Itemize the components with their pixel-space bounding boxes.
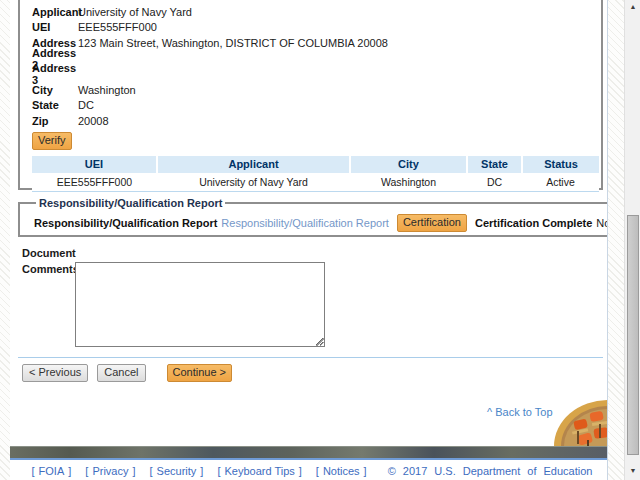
bracket: [ — [312, 465, 323, 477]
comments-textarea[interactable] — [75, 262, 325, 347]
field-value: 20008 — [78, 115, 109, 127]
field-value: EEE555FFF000 — [78, 21, 157, 33]
action-button-row: < Previous Cancel Continue > — [22, 364, 232, 382]
comments-label: Comments — [22, 263, 79, 275]
cancel-button[interactable]: Cancel — [97, 364, 145, 382]
scroll-up-arrow-icon[interactable]: ▲ — [625, 0, 640, 14]
document-label: Document — [22, 247, 76, 259]
classroom-photo — [554, 400, 608, 446]
bracket: ] — [64, 465, 75, 477]
cell-uei: EEE555FFF000 — [32, 173, 157, 192]
field-label: State — [32, 99, 78, 111]
scroll-down-arrow-icon[interactable]: ▼ — [625, 464, 640, 478]
footer-link-privacy[interactable]: [Privacy] — [81, 465, 139, 477]
field-value: 123 Main Street, Washington, DISTRICT OF… — [78, 37, 388, 49]
verify-button[interactable]: Verify — [32, 132, 72, 150]
footer-link-security[interactable]: [Security] — [146, 465, 208, 477]
content-area: Applicant University of Navy Yard UEI EE… — [10, 0, 608, 480]
footer-link-label: Privacy — [92, 465, 128, 477]
footer-link-label: Notices — [323, 465, 360, 477]
field-label: City — [32, 84, 78, 96]
bracket: ] — [360, 465, 371, 477]
scrollbar-thumb[interactable] — [627, 215, 639, 455]
field-row-state: State DC — [32, 98, 591, 114]
field-label: Applicant — [32, 6, 78, 18]
field-row-applicant: Applicant University of Navy Yard — [32, 4, 591, 20]
field-value: University of Navy Yard — [78, 6, 192, 18]
field-row-address2: Address 2 — [32, 51, 591, 67]
certification-button[interactable]: Certification — [397, 214, 467, 232]
copyright-text: © 2017 U.S. Department of Education — [388, 465, 593, 477]
report-legend: Responsibility/Qualification Report — [36, 197, 225, 209]
cell-applicant: University of Navy Yard — [157, 173, 350, 192]
field-row-city: City Washington — [32, 82, 591, 98]
continue-button[interactable]: Continue > — [167, 364, 233, 382]
bracket: [ — [146, 465, 157, 477]
bracket: [ — [213, 465, 224, 477]
certification-complete-value: No — [596, 217, 608, 229]
bracket: ] — [128, 465, 139, 477]
column-header-status: Status — [522, 156, 599, 173]
section-divider — [18, 357, 603, 358]
footer-link-label: Keyboard Tips — [224, 465, 294, 477]
footer-link-label: FOIA — [39, 465, 65, 477]
cell-status: Active — [522, 173, 599, 192]
report-link[interactable]: Responsibility/Qualification Report — [221, 217, 389, 229]
table-row: EEE555FFF000 University of Navy Yard Was… — [32, 173, 599, 192]
column-header-uei: UEI — [32, 156, 157, 173]
bracket: [ — [28, 465, 39, 477]
back-to-top-link[interactable]: ^ Back to Top — [487, 406, 553, 418]
field-label: Zip — [32, 115, 78, 127]
field-label: UEI — [32, 21, 78, 33]
photo-banner — [10, 446, 607, 458]
field-row-uei: UEI EEE555FFF000 — [32, 20, 591, 36]
report-fieldset: Responsibility/Qualification Report Resp… — [18, 197, 608, 237]
column-header-city: City — [350, 156, 467, 173]
applicant-details-box: Applicant University of Navy Yard UEI EE… — [18, 0, 603, 190]
field-row-address: Address 123 Main Street, Washington, DIS… — [32, 35, 591, 51]
footer: [FOIA][Privacy][Security][Keyboard Tips]… — [10, 465, 607, 477]
field-value: DC — [78, 99, 94, 111]
report-line: Responsibility/Qualification Report Resp… — [34, 214, 608, 232]
certification-complete-label: Certification Complete — [475, 217, 592, 229]
bracket: ] — [295, 465, 306, 477]
footer-link-notices[interactable]: [Notices] — [312, 465, 371, 477]
bracket: [ — [81, 465, 92, 477]
footer-link-keyboard-tips[interactable]: [Keyboard Tips] — [213, 465, 305, 477]
footer-link-foia[interactable]: [FOIA] — [28, 465, 76, 477]
field-value: Washington — [78, 84, 136, 96]
column-header-state: State — [467, 156, 522, 173]
banner-accent-line — [10, 458, 607, 460]
vertical-scrollbar[interactable]: ▲ ▼ — [624, 0, 640, 480]
bracket: ] — [196, 465, 207, 477]
report-field-label: Responsibility/Qualification Report — [34, 217, 217, 229]
field-label: Address 3 — [32, 62, 78, 86]
table-header-row: UEI Applicant City State Status — [32, 156, 599, 173]
applicant-table: UEI Applicant City State Status EEE555FF… — [32, 156, 599, 192]
column-header-applicant: Applicant — [157, 156, 350, 173]
previous-button[interactable]: < Previous — [22, 364, 88, 382]
cell-city: Washington — [350, 173, 467, 192]
page: { "applicant_details": { "fields": [ { "… — [0, 0, 640, 480]
field-row-address3: Address 3 — [32, 66, 591, 82]
field-row-zip: Zip 20008 — [32, 113, 591, 129]
cell-state: DC — [467, 173, 522, 192]
footer-link-label: Security — [157, 465, 197, 477]
